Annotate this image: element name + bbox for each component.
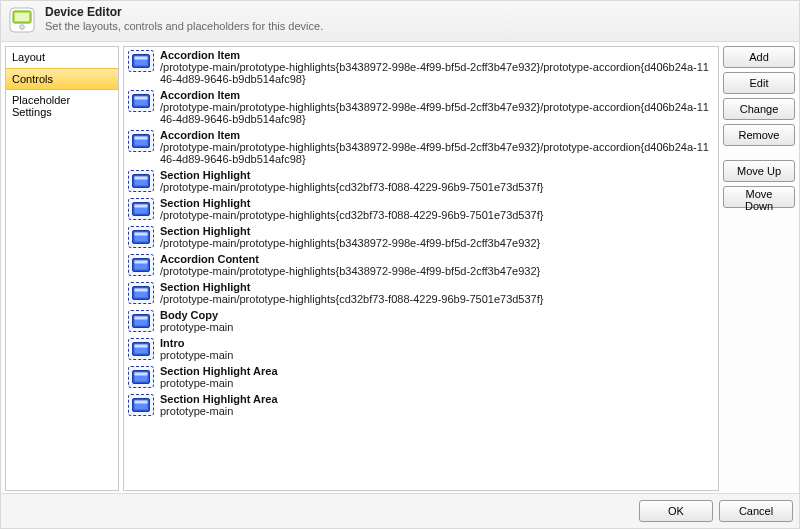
dialog-body: Layout Controls Placeholder Settings Acc… xyxy=(1,42,799,493)
list-item-text: Introprototype-main xyxy=(160,337,233,361)
list-item-title: Accordion Item xyxy=(160,129,714,141)
layout-placeholder-icon xyxy=(128,366,154,388)
list-item-text: Section Highlight/prototype-main/prototy… xyxy=(160,225,540,249)
list-item[interactable]: Accordion Item/prototype-main/prototype-… xyxy=(126,129,718,169)
layout-placeholder-icon xyxy=(128,226,154,248)
svg-rect-15 xyxy=(135,177,148,180)
svg-rect-6 xyxy=(135,57,148,60)
list-item-path: prototype-main xyxy=(160,349,233,361)
list-item-text: Accordion Item/prototype-main/prototype-… xyxy=(160,49,714,85)
layout-placeholder-icon xyxy=(128,310,154,332)
svg-rect-36 xyxy=(135,373,148,376)
move-up-button[interactable]: Move Up xyxy=(723,160,795,182)
svg-rect-27 xyxy=(135,289,148,292)
list-item[interactable]: Accordion Item/prototype-main/prototype-… xyxy=(126,49,718,89)
list-item-path: /prototype-main/prototype-highlights{cd3… xyxy=(160,209,543,221)
list-item-text: Section Highlight/prototype-main/prototy… xyxy=(160,281,543,305)
list-item-text: Section Highlight/prototype-main/prototy… xyxy=(160,197,543,221)
list-item[interactable]: Introprototype-main xyxy=(126,337,718,365)
layout-placeholder-icon xyxy=(128,254,154,276)
dialog-footer: OK Cancel xyxy=(1,493,799,528)
add-button[interactable]: Add xyxy=(723,46,795,68)
layout-placeholder-icon xyxy=(128,338,154,360)
dialog-subtitle: Set the layouts, controls and placeholde… xyxy=(45,20,323,32)
list-item[interactable]: Accordion Item/prototype-main/prototype-… xyxy=(126,89,718,129)
list-item-title: Intro xyxy=(160,337,233,349)
list-item-path: prototype-main xyxy=(160,377,278,389)
layout-placeholder-icon xyxy=(128,50,154,72)
cancel-button[interactable]: Cancel xyxy=(719,500,793,522)
sidebar-item-label: Controls xyxy=(12,73,53,85)
svg-rect-39 xyxy=(135,401,148,404)
ok-button[interactable]: OK xyxy=(639,500,713,522)
sidebar-item-label: Layout xyxy=(12,51,45,63)
svg-rect-18 xyxy=(135,205,148,208)
list-item-title: Accordion Content xyxy=(160,253,540,265)
list-item[interactable]: Section Highlight Areaprototype-main xyxy=(126,365,718,393)
action-button-column: Add Edit Change Remove Move Up Move Down xyxy=(723,46,795,491)
list-item-path: /prototype-main/prototype-highlights{b34… xyxy=(160,141,714,165)
svg-rect-30 xyxy=(135,317,148,320)
list-item-text: Accordion Content/prototype-main/prototy… xyxy=(160,253,540,277)
list-item-path: prototype-main xyxy=(160,405,278,417)
list-item-title: Section Highlight xyxy=(160,169,543,181)
list-item-title: Section Highlight xyxy=(160,281,543,293)
svg-point-3 xyxy=(20,25,25,30)
list-item-path: prototype-main xyxy=(160,321,233,333)
list-item-text: Accordion Item/prototype-main/prototype-… xyxy=(160,89,714,125)
list-item-title: Section Highlight xyxy=(160,225,540,237)
dialog-title: Device Editor xyxy=(45,5,323,19)
sidebar: Layout Controls Placeholder Settings xyxy=(5,46,119,491)
list-item-title: Accordion Item xyxy=(160,89,714,101)
list-item-path: /prototype-main/prototype-highlights{b34… xyxy=(160,61,714,85)
list-item-title: Section Highlight xyxy=(160,197,543,209)
sidebar-item-label: Placeholder Settings xyxy=(12,94,70,118)
sidebar-item-controls[interactable]: Controls xyxy=(6,68,118,90)
list-item-path: /prototype-main/prototype-highlights{cd3… xyxy=(160,181,543,193)
list-item-title: Section Highlight Area xyxy=(160,393,278,405)
layout-placeholder-icon xyxy=(128,90,154,112)
list-item[interactable]: Section Highlight/prototype-main/prototy… xyxy=(126,281,718,309)
list-item-path: /prototype-main/prototype-highlights{b34… xyxy=(160,265,540,277)
list-item-path: /prototype-main/prototype-highlights{cd3… xyxy=(160,293,543,305)
layout-placeholder-icon xyxy=(128,170,154,192)
sidebar-item-placeholder-settings[interactable]: Placeholder Settings xyxy=(6,90,118,123)
dialog-header: Device Editor Set the layouts, controls … xyxy=(1,1,799,42)
layout-placeholder-icon xyxy=(128,394,154,416)
list-item[interactable]: Section Highlight/prototype-main/prototy… xyxy=(126,225,718,253)
list-item[interactable]: Section Highlight/prototype-main/prototy… xyxy=(126,197,718,225)
list-item[interactable]: Section Highlight Areaprototype-main xyxy=(126,393,718,421)
list-item-text: Body Copyprototype-main xyxy=(160,309,233,333)
device-editor-dialog: Device Editor Set the layouts, controls … xyxy=(0,0,800,529)
svg-rect-9 xyxy=(135,97,148,100)
list-item-title: Section Highlight Area xyxy=(160,365,278,377)
list-item-text: Accordion Item/prototype-main/prototype-… xyxy=(160,129,714,165)
list-item-path: /prototype-main/prototype-highlights{b34… xyxy=(160,237,540,249)
list-item[interactable]: Body Copyprototype-main xyxy=(126,309,718,337)
list-item-text: Section Highlight/prototype-main/prototy… xyxy=(160,169,543,193)
list-item[interactable]: Section Highlight/prototype-main/prototy… xyxy=(126,169,718,197)
list-item-title: Accordion Item xyxy=(160,49,714,61)
remove-button[interactable]: Remove xyxy=(723,124,795,146)
edit-button[interactable]: Edit xyxy=(723,72,795,94)
list-item-text: Section Highlight Areaprototype-main xyxy=(160,365,278,389)
svg-rect-24 xyxy=(135,261,148,264)
device-icon xyxy=(7,5,37,35)
svg-rect-12 xyxy=(135,137,148,140)
svg-rect-33 xyxy=(135,345,148,348)
list-item-title: Body Copy xyxy=(160,309,233,321)
list-item[interactable]: Accordion Content/prototype-main/prototy… xyxy=(126,253,718,281)
layout-placeholder-icon xyxy=(128,198,154,220)
layout-placeholder-icon xyxy=(128,282,154,304)
svg-rect-21 xyxy=(135,233,148,236)
change-button[interactable]: Change xyxy=(723,98,795,120)
controls-list[interactable]: Accordion Item/prototype-main/prototype-… xyxy=(123,46,719,491)
move-down-button[interactable]: Move Down xyxy=(723,186,795,208)
list-item-path: /prototype-main/prototype-highlights{b34… xyxy=(160,101,714,125)
layout-placeholder-icon xyxy=(128,130,154,152)
list-item-text: Section Highlight Areaprototype-main xyxy=(160,393,278,417)
svg-rect-2 xyxy=(15,13,29,21)
sidebar-item-layout[interactable]: Layout xyxy=(6,47,118,68)
